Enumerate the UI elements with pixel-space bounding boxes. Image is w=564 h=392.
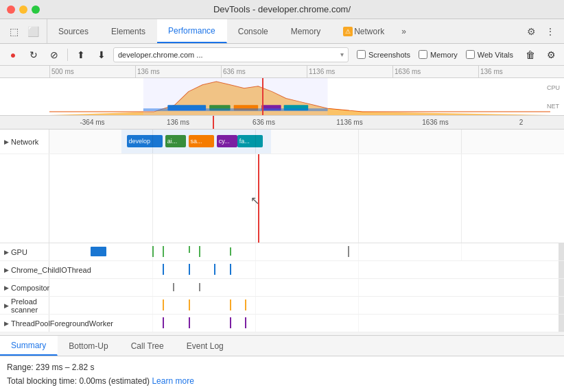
svg-rect-7 [143, 108, 328, 111]
gpu-spark [163, 246, 164, 257]
grid-line [152, 130, 153, 154]
net-bar-sa[interactable]: sa... [189, 135, 215, 147]
ruler-mark-0: 500 ms [49, 66, 135, 78]
titlebar: DevTools - developer.chrome.com/ [0, 0, 564, 19]
url-text: developer.chrome.com ... [118, 51, 203, 59]
expand-icon: ▶ [4, 138, 9, 145]
threadpool-label[interactable]: ▶ ThreadPoolForegroundWorker [0, 315, 49, 332]
grid-line [255, 243, 256, 260]
time-ruler: -364 ms 136 ms 636 ms 1136 ms 1636 ms 2 [0, 116, 564, 130]
child-io-spark [230, 264, 231, 275]
net-bar-ai[interactable]: ai... [165, 135, 186, 147]
upload-button[interactable]: ⬆ [72, 46, 90, 64]
minimize-button[interactable] [19, 5, 27, 14]
tab-console[interactable]: Console [227, 19, 280, 43]
grid-line [358, 261, 359, 278]
web-vitals-checkbox[interactable]: Web Vitals [466, 50, 513, 59]
child-io-spark [189, 264, 190, 275]
learn-more-link[interactable]: Learn more [152, 376, 193, 386]
cpu-label: CPU [547, 84, 560, 91]
grid-line [152, 297, 153, 314]
tab-elements[interactable]: Elements [100, 19, 157, 43]
ruler-mark-3: 1136 ms [307, 66, 392, 78]
grid-line [358, 154, 359, 243]
performance-toolbar: ● ↻ ⊘ ⬆ ⬇ developer.chrome.com ... ▾ Scr… [0, 44, 564, 66]
grid-line [358, 315, 359, 332]
tab-sources[interactable]: Sources [47, 19, 100, 43]
reload-button[interactable]: ↻ [25, 46, 43, 64]
grid-line [358, 297, 359, 314]
ruler-mark-5: 136 ms [478, 66, 564, 78]
cpu-net-chart[interactable]: CPU NET [0, 78, 564, 116]
memory-checkbox[interactable]: Memory [419, 50, 458, 59]
more-tabs-button[interactable]: » [396, 19, 412, 43]
ruler-mark-1: 136 ms [135, 66, 221, 78]
screenshots-checkbox[interactable]: Screenshots [357, 50, 410, 59]
gpu-spark [230, 247, 231, 256]
grid-line [152, 279, 153, 296]
download-button[interactable]: ⬇ [93, 46, 110, 64]
grid-line [255, 130, 256, 154]
preload-content [49, 297, 564, 314]
tab-call-tree[interactable]: Call Tree [120, 336, 176, 356]
threadpool-content [49, 315, 564, 332]
time-mark-2: 636 ms [221, 119, 307, 126]
child-io-track: ▶ Chrome_ChildIOThread [0, 261, 564, 279]
flame-chart-content: ↖ [49, 154, 564, 243]
toolbar-settings-icon[interactable]: ⚙ [542, 46, 560, 64]
child-io-spark [163, 264, 164, 275]
record-button[interactable]: ● [4, 46, 22, 64]
settings-icon[interactable]: ⚙ [523, 23, 539, 40]
time-mark-0: -364 ms [49, 119, 135, 126]
child-io-spark [214, 264, 215, 275]
net-bar-cy[interactable]: cy... [217, 135, 237, 147]
grid-line [152, 261, 153, 278]
cursor-indicator: ↖ [250, 194, 259, 207]
flame-chart-area: ↖ [0, 154, 564, 243]
tab-summary[interactable]: Summary [0, 336, 58, 356]
compositor-spark [173, 283, 174, 291]
preload-label[interactable]: ▶ Preload scanner [0, 297, 49, 314]
network-track-label[interactable]: ▶ Network [0, 130, 49, 154]
net-bar-fa[interactable]: fa... [237, 135, 263, 147]
compositor-content [49, 279, 564, 296]
inspect-icon[interactable]: ⬚ [5, 23, 22, 40]
tracks-area: ▶ Network develop ai... sa... cy... [0, 130, 564, 332]
window-controls [7, 5, 40, 14]
tab-bottom-up[interactable]: Bottom-Up [58, 336, 119, 356]
device-icon[interactable]: ⬜ [25, 23, 41, 40]
close-button[interactable] [7, 5, 15, 14]
overview-ruler: 500 ms 136 ms 636 ms 1136 ms 1636 ms 136… [0, 66, 564, 78]
child-io-content [49, 261, 564, 278]
preload-spark [189, 299, 190, 310]
compositor-track: ▶ Compositor [0, 279, 564, 297]
gpu-spark [199, 246, 200, 257]
window-title: DevTools - developer.chrome.com/ [213, 4, 351, 14]
gpu-track-label[interactable]: ▶ GPU [0, 243, 49, 260]
more-options-icon[interactable]: ⋮ [542, 23, 559, 40]
tab-event-log[interactable]: Event Log [176, 336, 235, 356]
clear-button[interactable]: ⊘ [45, 46, 63, 64]
bottom-panel: Summary Bottom-Up Call Tree Event Log Ra… [0, 335, 564, 392]
ruler-mark-2: 636 ms [221, 66, 307, 78]
grid-line [358, 279, 359, 296]
compositor-label[interactable]: ▶ Compositor [0, 279, 49, 296]
grid-line [461, 130, 462, 154]
child-io-label[interactable]: ▶ Chrome_ChildIOThread [0, 261, 49, 278]
tab-memory[interactable]: Memory [280, 19, 332, 43]
time-marks: -364 ms 136 ms 636 ms 1136 ms 1636 ms 2 [0, 119, 564, 126]
bottom-tabs: Summary Bottom-Up Call Tree Event Log [0, 336, 564, 356]
maximize-button[interactable] [32, 5, 40, 14]
url-dropdown-icon[interactable]: ▾ [340, 51, 344, 58]
grid-line [152, 243, 153, 260]
gpu-bar [91, 247, 106, 256]
tab-network[interactable]: ⚠ Network [332, 19, 396, 43]
time-cursor-detail [213, 116, 214, 129]
delete-button[interactable]: 🗑 [521, 46, 539, 64]
tab-performance[interactable]: Performance [157, 19, 227, 43]
devtools-actions: ⚙ ⋮ [517, 19, 564, 43]
toolbar-checkboxes: Screenshots Memory Web Vitals [351, 50, 519, 59]
threadpool-expand-icon: ▶ [4, 320, 9, 327]
preload-spark [163, 299, 164, 310]
net-bar-develop[interactable]: develop [127, 135, 163, 147]
